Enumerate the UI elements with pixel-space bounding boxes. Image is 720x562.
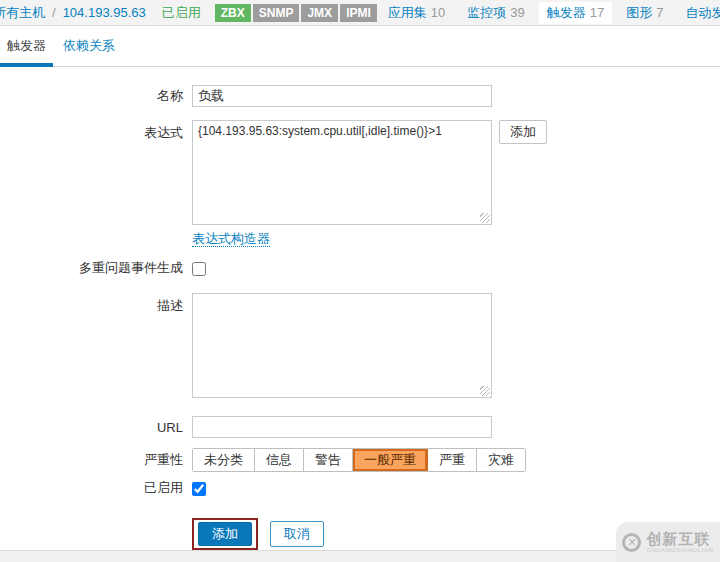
severity-row: 严重性 未分类 信息 警告 一般严重 严重 灾难	[0, 448, 720, 472]
expression-row: 表达式 {104.193.95.63:system.cpu.util[,idle…	[0, 120, 720, 247]
url-input[interactable]	[192, 416, 492, 438]
breadcrumb: 所有主机 / 104.193.95.63	[0, 4, 146, 22]
trigger-form: 名称 表达式 {104.193.95.63:system.cpu.util[,i…	[0, 67, 720, 550]
multiple-problem-label: 多重问题事件生成	[0, 259, 192, 277]
tab-trigger[interactable]: 触发器	[0, 26, 53, 66]
severity-warning[interactable]: 警告	[304, 449, 353, 471]
url-row: URL	[0, 416, 720, 438]
watermark: ✕ 创新互联 CHUANGXINHULIAN	[616, 522, 720, 562]
breadcrumb-host-link[interactable]: 104.193.95.63	[63, 5, 146, 20]
watermark-text: 创新互联	[646, 531, 713, 547]
nav-applications[interactable]: 应用集 10	[380, 2, 453, 24]
nav-discovery-rules-label[interactable]: 自动发现规则	[685, 4, 720, 22]
url-label: URL	[0, 420, 192, 435]
name-label: 名称	[0, 87, 192, 105]
nav-triggers[interactable]: 触发器 17	[539, 2, 612, 24]
nav-items[interactable]: 监控项 39	[459, 2, 532, 24]
expression-label: 表达式	[0, 120, 192, 142]
multiple-problem-checkbox[interactable]	[192, 262, 206, 276]
enabled-label: 已启用	[0, 479, 192, 497]
severity-button-group: 未分类 信息 警告 一般严重 严重 灾难	[192, 448, 526, 472]
severity-high[interactable]: 严重	[428, 449, 477, 471]
ipmi-availability-badge: IPMI	[340, 4, 377, 22]
expression-constructor-link[interactable]: 表达式构造器	[192, 231, 270, 247]
nav-applications-label[interactable]: 应用集	[388, 4, 427, 22]
breadcrumb-separator: /	[52, 5, 56, 20]
description-label: 描述	[0, 293, 192, 315]
expression-add-button[interactable]: 添加	[499, 120, 547, 144]
enabled-row: 已启用	[0, 479, 720, 497]
description-row: 描述	[0, 293, 720, 398]
nav-graphs-count: 7	[656, 5, 663, 20]
nav-triggers-label[interactable]: 触发器	[547, 4, 586, 22]
enabled-checkbox[interactable]	[192, 482, 206, 496]
description-textarea[interactable]	[192, 293, 492, 398]
nav-applications-count: 10	[431, 5, 445, 20]
watermark-subtext: CHUANGXINHULIAN	[646, 547, 713, 554]
jmx-availability-badge: JMX	[301, 4, 338, 22]
interface-availability-badges: ZBX SNMP JMX IPMI	[215, 4, 377, 22]
cancel-button[interactable]: 取消	[270, 521, 324, 547]
name-row: 名称	[0, 85, 720, 107]
watermark-logo-icon: ✕	[622, 533, 641, 552]
nav-graphs[interactable]: 图形 7	[618, 2, 671, 24]
nav-graphs-label[interactable]: 图形	[626, 4, 652, 22]
nav-discovery-rules[interactable]: 自动发现规则 2	[677, 2, 720, 24]
severity-not-classified[interactable]: 未分类	[193, 449, 255, 471]
snmp-availability-badge: SNMP	[253, 4, 300, 22]
severity-label: 严重性	[0, 451, 192, 469]
severity-disaster[interactable]: 灾难	[477, 449, 525, 471]
bottom-strip	[0, 550, 720, 562]
zbx-availability-badge: ZBX	[215, 4, 251, 22]
tabbar: 触发器 依赖关系	[0, 26, 720, 67]
severity-average[interactable]: 一般严重	[353, 449, 428, 471]
host-header-bar: 所有主机 / 104.193.95.63 已启用 ZBX SNMP JMX IP…	[0, 0, 720, 26]
nav-items-count: 39	[510, 5, 524, 20]
host-status-badge: 已启用	[162, 4, 201, 22]
nav-triggers-count: 17	[590, 5, 604, 20]
host-nav: 应用集 10 监控项 39 触发器 17 图形 7 自动发现规则 2	[377, 0, 720, 25]
form-footer-buttons: 添加 取消	[0, 518, 720, 550]
multiple-problem-row: 多重问题事件生成	[0, 259, 720, 277]
nav-items-label[interactable]: 监控项	[467, 4, 506, 22]
tab-dependencies[interactable]: 依赖关系	[53, 26, 125, 66]
add-button[interactable]: 添加	[198, 522, 252, 546]
severity-information[interactable]: 信息	[255, 449, 304, 471]
red-annotation-box: 添加	[192, 518, 258, 550]
name-input[interactable]	[192, 85, 492, 107]
expression-textarea[interactable]: {104.193.95.63:system.cpu.util[,idle].ti…	[192, 120, 492, 225]
breadcrumb-all-hosts-link[interactable]: 所有主机	[0, 4, 45, 22]
